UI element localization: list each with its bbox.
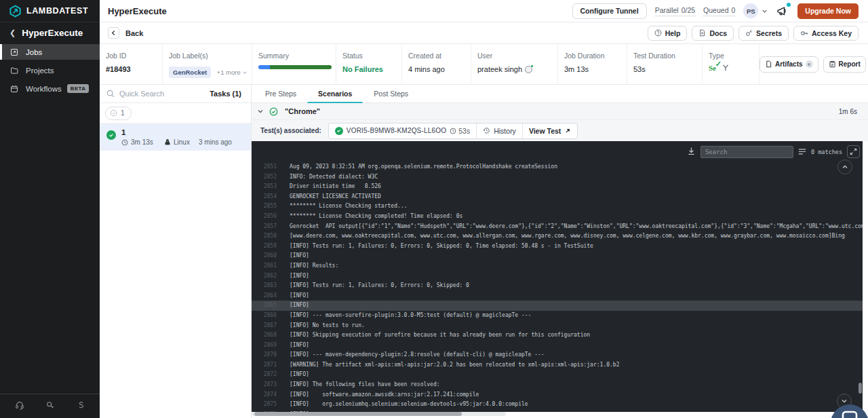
back-button[interactable] [108,27,119,39]
created-column: Created at 4 mins ago [402,44,471,84]
log-line: 2853 Driver initiate time 8.526 [252,182,863,192]
artifacts-label: Artifacts [775,60,803,68]
scroll-top-button[interactable] [837,159,852,174]
line-text: [INFO] The following files have been res… [277,380,440,390]
user-menu[interactable]: PS [743,3,768,18]
online-dot [530,64,534,68]
configure-tunnel-button[interactable]: Configure Tunnel [572,3,647,19]
label-chip[interactable]: GenRocket [169,66,211,78]
terminal-vertical-scrollbar[interactable] [859,383,862,394]
sidebar-product-title: HyperExecute [22,28,83,38]
log-line: 2854 GENROCKET LICESNCE ACTIVATED [252,192,863,202]
line-number: 2868 [252,330,277,341]
top-header: HyperExecute Configure Tunnel Parallel 0… [100,0,868,22]
calendar-icon [10,84,19,93]
help-button[interactable]: Help [648,26,688,41]
more-labels-text: +1 more [217,69,241,76]
line-number: 2859 [252,242,277,252]
match-list-icon[interactable] [798,145,806,158]
clock-icon [450,128,456,134]
sidebar-item-workflows[interactable]: Workflows BETA [0,81,100,96]
tab-pre-steps[interactable]: Pre Steps [254,85,307,102]
report-button[interactable]: Report [823,56,866,73]
back-toolbar: Back Help Docs Secrets Access Key [100,22,868,44]
history-button[interactable]: History [477,124,523,138]
key-icon[interactable] [45,400,55,413]
terminal-horizontal-scrollbar-thumb[interactable] [254,412,462,416]
user-label: User [477,52,557,60]
log-line: 2860 [INFO] [252,251,863,261]
line-text: [INFO] Tests run: 1, Failures: 0, Errors… [277,281,469,291]
tests-associated-label: Test(s) associated: [260,127,321,134]
scenario-row[interactable]: "Chrome" 1m 6s [252,103,868,120]
line-number: 2856 [252,212,277,222]
created-value: 4 mins ago [408,65,471,73]
view-test-button[interactable]: View Test [523,124,577,138]
tasks-panel: Tasks (1) 1 1 [100,85,252,418]
docs-button[interactable]: Docs [692,26,734,41]
logo-row[interactable]: LAMBDATEST [0,0,100,22]
headset-icon[interactable] [15,400,24,413]
fullscreen-button[interactable] [847,145,860,158]
artifacts-button[interactable]: Artifacts [760,56,818,73]
download-logs-button[interactable] [687,145,696,158]
sidebar-item-jobs[interactable]: Jobs [0,44,100,60]
log-line: 2855 ******** License Checking started..… [252,202,863,212]
chevron-down-icon[interactable] [257,108,264,115]
line-number: 2869 [252,341,277,351]
chevron-left-icon: ❮ [9,28,16,37]
line-number: 2874 [252,390,277,400]
external-link-icon [564,128,571,134]
line-number: 2865 [252,301,277,311]
steps-tabs: Pre Steps Scenarios Post Steps [252,85,868,103]
history-label: History [494,127,516,135]
access-key-button[interactable]: Access Key [793,26,859,41]
toolbar-buttons: Help Docs Secrets Access Key [648,26,859,41]
terminal-search-input[interactable] [701,146,793,158]
more-labels[interactable]: +1 more [217,69,248,76]
test-duration-column: Test Duration 53s [627,44,703,84]
line-number: 2866 [252,311,277,321]
log-line: 2865 [INFO] [252,301,863,311]
scenario-success-icon [269,107,278,116]
log-line: 2874 [INFO] software.amazon.awssdk:arns:… [252,390,863,400]
line-number: 2873 [252,380,277,390]
task-item[interactable]: 1 3m 13s Linux 3 mins ago [100,124,251,151]
created-label: Created at [408,52,471,60]
progress-green-segment [270,65,332,69]
history-icon [483,127,490,134]
log-line: 2862 [INFO] [252,271,863,282]
log-line: 2852 INFO: Detected dialect: W3C [252,172,863,183]
tab-scenarios[interactable]: Scenarios [307,85,363,102]
scenario-pane: Pre Steps Scenarios Post Steps "Chrome" … [252,85,868,418]
parallel-value: 0/25 [682,6,695,14]
line-text: [INFO] No tests to run. [277,321,365,331]
avatar[interactable]: PS [743,3,758,18]
chevron-left-icon [111,30,117,36]
job-duration-label: Job Duration [564,52,627,60]
upgrade-now-button[interactable]: Upgrade Now [797,3,859,19]
sidebar-product-header[interactable]: ❮ HyperExecute [0,24,100,41]
test-id-segment[interactable]: VORI5-B9MW8-KM2QS-LL6OO 53s [329,124,477,138]
line-number: 2862 [252,271,277,282]
parallel-stat[interactable]: Parallel 0/25 [655,6,695,16]
sidebar-item-projects[interactable]: Projects [0,62,100,78]
quick-search-input[interactable] [119,90,187,98]
job-info-bar: Job ID #18493 Job Label(s) GenRocket +1 … [100,44,868,85]
announcements-button[interactable] [776,4,789,18]
line-number: 2867 [252,321,277,331]
job-labels-label: Job Label(s) [169,52,252,60]
sidebar-item-label: Jobs [26,48,42,56]
check-circle-icon [110,109,117,117]
line-number: 2854 [252,192,277,202]
secrets-button[interactable]: Secrets [738,26,789,41]
tasks-count: Tasks (1) [210,90,241,98]
task-status-filter[interactable]: 1 [105,107,132,120]
job-labels-column: Job Label(s) GenRocket +1 more [163,44,252,84]
line-text: [www.deere.com, www.oaktreecapital.com, … [277,231,845,242]
queued-stat[interactable]: Queued 0 [703,6,735,16]
line-number: 2861 [252,261,277,271]
tab-post-steps[interactable]: Post Steps [363,85,419,102]
settings-s-icon[interactable] [76,400,85,413]
artifacts-badge [806,60,813,68]
